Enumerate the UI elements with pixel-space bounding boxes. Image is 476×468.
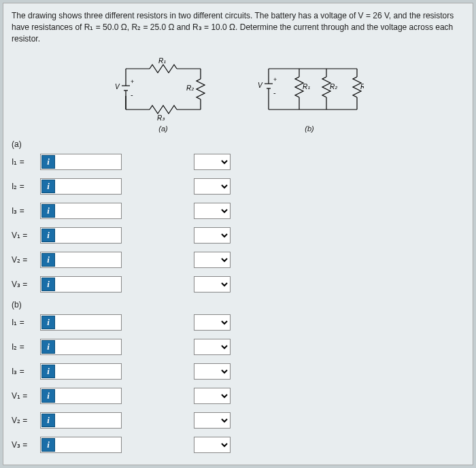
unit-select-a-v3[interactable] [194,276,231,292]
svg-text:R₂: R₂ [186,84,194,92]
info-icon[interactable]: i [41,414,55,427]
var-label: I₁ = [12,318,35,327]
svg-text:R₁: R₁ [158,57,166,65]
answer-input-a-i3[interactable] [57,203,121,218]
unit-select-b-i3[interactable] [194,363,231,380]
input-container: i [40,412,122,429]
info-icon[interactable]: i [41,389,55,403]
input-container: i [40,437,122,453]
info-icon[interactable]: i [41,229,55,242]
row-a-i2: I₂ = i [12,178,464,195]
answer-input-b-i3[interactable] [57,364,121,379]
info-icon[interactable]: i [41,340,55,354]
input-container: i [40,388,122,404]
problem-statement: The drawing shows three different resist… [12,10,464,44]
answer-input-a-i2[interactable] [57,179,121,194]
unit-select-a-i3[interactable] [194,203,231,219]
info-icon[interactable]: i [41,180,55,193]
circuit-b-svg: V + - R₁ R₂ R₃ [255,48,364,123]
input-container: i [40,252,122,268]
answer-input-b-v2[interactable] [57,413,121,428]
info-icon[interactable]: i [41,365,55,378]
row-b-i1: I₁ = i [12,314,464,331]
info-icon[interactable]: i [41,278,55,291]
row-a-v1: V₁ = i [12,227,464,244]
info-icon[interactable]: i [41,155,55,169]
unit-select-a-i1[interactable] [194,154,231,170]
svg-text:R₂: R₂ [330,83,338,90]
unit-select-b-i1[interactable] [194,314,231,331]
row-a-i1: I₁ = i [12,153,464,171]
unit-select-a-v2[interactable] [194,252,231,268]
svg-text:-: - [273,88,276,97]
section-a-label: (a) [12,139,464,149]
unit-select-b-i2[interactable] [194,339,231,355]
info-icon[interactable]: i [41,438,55,452]
var-label: I₁ = [12,157,35,167]
answer-input-b-i2[interactable] [57,339,121,354]
row-b-v3: V₃ = i [12,436,464,454]
svg-text:R₃: R₃ [157,114,165,122]
var-label: I₂ = [12,342,35,352]
input-container: i [40,227,122,244]
row-a-v3: V₃ = i [12,275,464,293]
circuit-a-svg: V + - R₁ R₂ R₃ [112,48,214,123]
circuit-diagrams: V + - R₁ R₂ R₃ (a) [12,48,464,133]
svg-text:V: V [258,82,263,89]
row-a-i3: I₃ = i [12,202,464,220]
info-icon[interactable]: i [41,316,55,329]
unit-select-a-i2[interactable] [194,178,231,195]
var-label: V₁ = [12,391,35,401]
svg-text:V: V [115,83,120,90]
answer-input-a-v3[interactable] [57,277,121,292]
row-b-v2: V₂ = i [12,412,464,429]
svg-text:-: - [131,90,133,99]
svg-text:+: + [273,76,277,83]
row-b-v1: V₁ = i [12,387,464,405]
answer-input-a-i1[interactable] [57,154,121,169]
input-container: i [40,314,122,331]
var-label: V₁ = [12,231,35,240]
unit-select-b-v1[interactable] [194,388,231,404]
circuit-b: V + - R₁ R₂ R₃ (b) [255,48,364,133]
var-label: V₂ = [12,416,35,425]
svg-text:R₁: R₁ [303,83,310,90]
input-container: i [40,203,122,219]
info-icon[interactable]: i [41,204,55,218]
page-container: The drawing shows three different resist… [3,3,473,465]
answer-input-a-v1[interactable] [57,228,121,243]
svg-text:R₃: R₃ [360,83,364,90]
row-a-v2: V₂ = i [12,251,464,269]
unit-select-b-v2[interactable] [194,412,231,429]
section-b-label: (b) [12,300,464,310]
var-label: V₃ = [12,440,35,450]
answer-input-b-i1[interactable] [57,315,121,330]
input-container: i [40,363,122,380]
diagram-label-a: (a) [112,124,214,133]
var-label: I₃ = [12,367,35,376]
var-label: V₃ = [12,280,35,289]
input-container: i [40,178,122,195]
answer-input-b-v1[interactable] [57,388,121,403]
row-b-i2: I₂ = i [12,338,464,356]
diagram-label-b: (b) [255,124,364,133]
input-container: i [40,276,122,292]
circuit-a: V + - R₁ R₂ R₃ (a) [112,48,214,133]
unit-select-a-v1[interactable] [194,227,231,244]
var-label: I₂ = [12,182,35,191]
var-label: I₃ = [12,206,35,216]
input-container: i [40,339,122,355]
answer-input-b-v3[interactable] [57,437,121,452]
answer-input-a-v2[interactable] [57,252,121,267]
input-container: i [40,154,122,170]
svg-text:+: + [131,78,134,85]
info-icon[interactable]: i [41,253,55,267]
unit-select-b-v3[interactable] [194,437,231,453]
var-label: V₂ = [12,255,35,265]
row-b-i3: I₃ = i [12,363,464,380]
